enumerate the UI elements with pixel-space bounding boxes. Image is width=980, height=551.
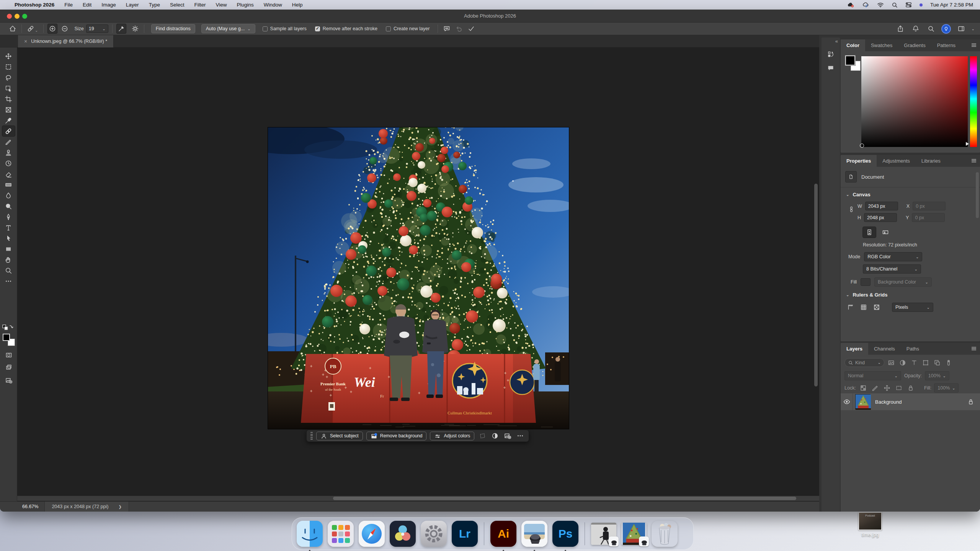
edit-toolbar[interactable]: [2, 276, 15, 286]
trash-icon[interactable]: [652, 521, 678, 547]
system-settings-icon[interactable]: [421, 521, 447, 547]
wifi-icon[interactable]: [877, 2, 884, 8]
checkbox-remove-after-each-stroke[interactable]: Remove after each stroke: [315, 26, 377, 31]
canvas-area[interactable]: WeiFrPBPremier Bankof the SouthCullman C…: [17, 47, 819, 501]
color-panel-menu-icon[interactable]: [971, 42, 977, 48]
lock-paint-icon[interactable]: [871, 384, 880, 392]
quick-mask-icon[interactable]: [2, 350, 15, 360]
menu-plugins[interactable]: Plugins: [237, 2, 253, 8]
fill-dropdown[interactable]: Background Color⌄: [874, 277, 932, 287]
menu-clock[interactable]: Tue Apr 7 2:58 PM: [930, 2, 973, 8]
subtract-from-selection-icon[interactable]: [60, 24, 70, 34]
tab-layers[interactable]: Layers: [841, 343, 868, 355]
history-brush-tool[interactable]: [2, 158, 15, 168]
vertical-scrollbar[interactable]: [814, 184, 818, 386]
layers-panel-menu-icon[interactable]: [971, 346, 977, 351]
saturation-brightness-field[interactable]: [861, 56, 968, 147]
canvas-section-header[interactable]: ⌄Canvas: [846, 192, 871, 197]
foreground-color-swatch[interactable]: [3, 334, 10, 341]
tab-channels[interactable]: Channels: [868, 343, 901, 355]
remove-background-button[interactable]: Remove background: [366, 432, 427, 440]
reset-icon[interactable]: [454, 24, 464, 34]
document-tab[interactable]: × Unknown.jpeg @ 66.7% (RGB/8#) *: [18, 35, 114, 47]
menu-view[interactable]: View: [216, 2, 227, 8]
foreground-color-swatch[interactable]: [845, 55, 855, 65]
blend-mode-dropdown[interactable]: Normal⌄: [844, 371, 901, 380]
panel-scrollbar[interactable]: [976, 172, 979, 218]
lightroom-icon[interactable]: Lr: [452, 521, 478, 547]
transform-icon[interactable]: [478, 431, 487, 440]
eraser-tool[interactable]: [2, 169, 15, 179]
rectangular-marquee-tool[interactable]: [2, 62, 15, 72]
tab-color[interactable]: Color: [841, 39, 865, 51]
discover-lightbulb-icon[interactable]: [941, 24, 951, 34]
notifications-bell-icon[interactable]: [911, 24, 921, 34]
checkbox-create-new-layer[interactable]: Create new layer: [386, 26, 430, 31]
path-selection-tool[interactable]: [2, 233, 15, 243]
tab-paths[interactable]: Paths: [901, 343, 925, 355]
lasso-tool[interactable]: [2, 72, 15, 83]
status-chevron[interactable]: ❯: [118, 505, 121, 509]
foreground-background-colors[interactable]: [3, 334, 15, 346]
pixel-grid-icon[interactable]: [872, 303, 881, 311]
desktop-file-time-jpg[interactable]: Podcast time.jpg: [849, 512, 891, 538]
portrait-orientation-button[interactable]: [863, 227, 876, 238]
app-menu-title[interactable]: Photoshop 2026: [15, 2, 54, 8]
menu-edit[interactable]: Edit: [83, 2, 91, 8]
launchpad-icon[interactable]: [328, 521, 354, 547]
gradient-tool[interactable]: [2, 179, 15, 190]
davinci-resolve-icon[interactable]: [390, 521, 416, 547]
add-image-icon[interactable]: [503, 431, 512, 440]
smart-object-filter-icon[interactable]: [933, 359, 942, 367]
layer-thumbnail[interactable]: [855, 394, 871, 409]
link-dimensions-icon[interactable]: [846, 204, 857, 215]
grid-icon[interactable]: [859, 303, 868, 311]
comments-icon[interactable]: [825, 63, 836, 73]
workspace-chevron[interactable]: ⌄: [972, 27, 975, 31]
menu-type[interactable]: Type: [149, 2, 160, 8]
hscroll-thumb[interactable]: [333, 497, 796, 500]
color-field-marker[interactable]: [860, 143, 864, 148]
eyedropper-tool[interactable]: [2, 115, 15, 126]
layer-filter-kind[interactable]: Kind⌄: [844, 358, 884, 367]
brush-angle-icon[interactable]: [116, 24, 126, 34]
layer-row-background[interactable]: Background: [841, 393, 980, 410]
checkbox-sample-all-layers[interactable]: Sample all layers: [263, 26, 307, 31]
collapse-panels-icon[interactable]: «: [835, 38, 838, 44]
lock-transparent-icon[interactable]: [859, 384, 868, 392]
tab-properties[interactable]: Properties: [841, 155, 877, 167]
lock-position-icon[interactable]: [882, 384, 892, 392]
layer-name[interactable]: Background: [875, 399, 902, 405]
menu-filter[interactable]: Filter: [194, 2, 206, 8]
share-icon[interactable]: [895, 24, 905, 34]
move-tool[interactable]: [2, 51, 15, 61]
fill-opacity-dropdown[interactable]: 100%⌄: [934, 383, 959, 393]
cloud-error-icon[interactable]: [847, 2, 854, 8]
fill-swatch[interactable]: [861, 278, 871, 286]
illustrator-icon[interactable]: Ai: [490, 521, 516, 547]
tab-gradients[interactable]: Gradients: [898, 39, 931, 51]
properties-panel-menu-icon[interactable]: [971, 158, 977, 163]
adjustment-layer-filter-icon[interactable]: [898, 359, 907, 367]
screen-mode-icon[interactable]: [2, 362, 15, 372]
color-mode-dropdown[interactable]: RGB Color⌄: [864, 252, 922, 261]
shape-layer-filter-icon[interactable]: [921, 359, 930, 367]
height-field[interactable]: 2048 px: [864, 213, 897, 222]
document-size-info[interactable]: 2043 px x 2048 px (72 ppi) ❯: [44, 502, 129, 512]
tab-adjustments[interactable]: Adjustments: [877, 155, 916, 167]
share-image-icon[interactable]: [2, 375, 15, 385]
spotlight-search-icon[interactable]: [892, 2, 898, 8]
menu-window[interactable]: Window: [264, 2, 282, 8]
finder-icon[interactable]: [297, 521, 323, 547]
adjust-colors-button[interactable]: Adjust colors: [430, 432, 474, 440]
photoshop-icon[interactable]: Ps: [552, 521, 578, 547]
commit-check-icon[interactable]: [466, 24, 476, 34]
bit-depth-dropdown[interactable]: 8 Bits/Channel⌄: [863, 264, 921, 274]
menu-help[interactable]: Help: [292, 2, 303, 8]
landscape-orientation-button[interactable]: [879, 227, 892, 238]
spot-healing-brush-tool[interactable]: [2, 126, 15, 136]
menu-layer[interactable]: Layer: [126, 2, 139, 8]
blur-tool[interactable]: [2, 190, 15, 201]
width-field[interactable]: 2043 px: [865, 202, 898, 210]
preview-icon[interactable]: [521, 521, 547, 547]
